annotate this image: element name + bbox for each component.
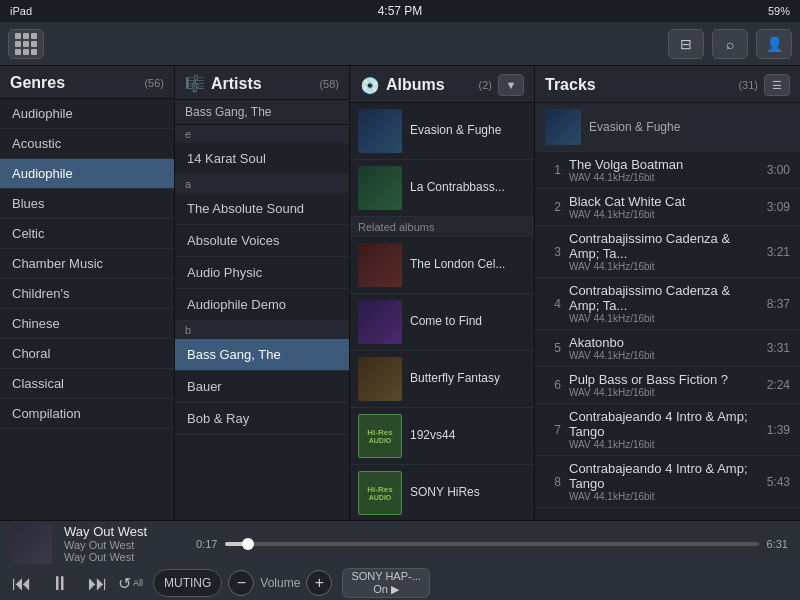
- genres-panel: Genres (56) Audiophile Acoustic Audiophi…: [0, 66, 175, 520]
- artists-count: (58): [319, 78, 339, 90]
- vol-up-button[interactable]: +: [306, 570, 332, 596]
- toolbar-right: ⊟ ⌕ 👤: [668, 29, 792, 59]
- track-num-6: 6: [545, 378, 561, 392]
- tracks-count: (31): [738, 79, 758, 91]
- artist-absolute-voices[interactable]: Absolute Voices: [175, 225, 349, 257]
- artist-absolute-sound[interactable]: The Absolute Sound: [175, 193, 349, 225]
- genre-item-childrens[interactable]: Children's: [0, 279, 174, 309]
- track-meta-8: WAV 44.1kHz/16bit: [569, 491, 759, 502]
- progress-thumb[interactable]: [242, 538, 254, 550]
- grid-button[interactable]: [8, 29, 44, 59]
- progress-bar[interactable]: [225, 542, 758, 546]
- track-dur-3: 3:21: [767, 245, 790, 259]
- volume-area: MUTING − Volume +: [153, 569, 332, 597]
- track-meta-7: WAV 44.1kHz/16bit: [569, 439, 759, 450]
- album-butterfly[interactable]: Butterfly Fantasy: [350, 351, 534, 408]
- albums-title: 💿 Albums: [360, 76, 445, 95]
- artist-bauer[interactable]: Bauer: [175, 371, 349, 403]
- album-thumb-contrabbass: [358, 166, 402, 210]
- albums-scroll[interactable]: Evasion & Fughe La Contrabbass... Relate…: [350, 103, 534, 520]
- player-top: Way Out West Way Out West Way Out West 0…: [0, 521, 800, 566]
- track-name-7: Contrabajeando 4 Intro & Amp; Tango: [569, 409, 759, 439]
- artist-audio-physic[interactable]: Audio Physic: [175, 257, 349, 289]
- genre-item-classical[interactable]: Classical: [0, 369, 174, 399]
- genre-item-compilation[interactable]: Compilation: [0, 399, 174, 429]
- album-london[interactable]: The London Cel...: [350, 237, 534, 294]
- genre-item-choral[interactable]: Choral: [0, 339, 174, 369]
- track-dur-7: 1:39: [767, 423, 790, 437]
- track-7[interactable]: 7 Contrabajeando 4 Intro & Amp; Tango WA…: [535, 404, 800, 456]
- track-6[interactable]: 6 Pulp Bass or Bass Fiction ? WAV 44.1kH…: [535, 367, 800, 404]
- player-artist-name: Way Out West: [64, 551, 184, 563]
- artist-audiophile-demo[interactable]: Audiophile Demo: [175, 289, 349, 321]
- genre-item-audiophile-active[interactable]: Audiophile: [0, 159, 174, 189]
- muting-label: MUTING: [164, 576, 211, 590]
- genres-scroll[interactable]: Audiophile Acoustic Audiophile Blues Cel…: [0, 99, 174, 520]
- genre-item-audiophile-header[interactable]: Audiophile: [0, 99, 174, 129]
- user-icon: 👤: [766, 36, 783, 52]
- album-title-london: The London Cel...: [410, 257, 505, 273]
- album-192vs44[interactable]: Hi-Res AUDIO 192vs44: [350, 408, 534, 465]
- albums-label: Albums: [386, 76, 445, 94]
- play-pause-button[interactable]: ⏸: [50, 572, 70, 595]
- artist-14-karat-soul[interactable]: 14 Karat Soul: [175, 143, 349, 175]
- section-a: a: [175, 175, 349, 193]
- tracks-title: Tracks: [545, 76, 596, 94]
- genres-count: (56): [144, 77, 164, 89]
- track-2[interactable]: 2 Black Cat White Cat WAV 44.1kHz/16bit …: [535, 189, 800, 226]
- genre-item-chamber-music[interactable]: Chamber Music: [0, 249, 174, 279]
- genre-item-celtic[interactable]: Celtic: [0, 219, 174, 249]
- toolbar: ⊟ ⌕ 👤: [0, 22, 800, 66]
- track-info-3: Contrabajissimo Cadenza & Amp; Ta... WAV…: [569, 231, 759, 272]
- user-button[interactable]: 👤: [756, 29, 792, 59]
- vol-down-button[interactable]: −: [228, 570, 254, 596]
- track-name-8: Contrabajeando 4 Intro & Amp; Tango: [569, 461, 759, 491]
- output-button[interactable]: SONY HAP-... On ▶: [342, 568, 429, 598]
- album-evasion[interactable]: Evasion & Fughe: [350, 103, 534, 160]
- track-dur-2: 3:09: [767, 200, 790, 214]
- total-time: 6:31: [767, 538, 788, 550]
- track-info-4: Contrabajissimo Cadenza & Amp; Ta... WAV…: [569, 283, 759, 324]
- album-sony-hires[interactable]: Hi-Res AUDIO SONY HiRes: [350, 465, 534, 520]
- filter-button[interactable]: ⊟: [668, 29, 704, 59]
- track-4[interactable]: 4 Contrabajissimo Cadenza & Amp; Ta... W…: [535, 278, 800, 330]
- genre-item-acoustic[interactable]: Acoustic: [0, 129, 174, 159]
- section-e: e: [175, 125, 349, 143]
- prev-button[interactable]: ⏮: [12, 572, 32, 595]
- tracks-panel: Tracks (31) ☰ Evasion & Fughe 1 The Volg…: [535, 66, 800, 520]
- album-contrabbass[interactable]: La Contrabbass...: [350, 160, 534, 217]
- player-bar: Way Out West Way Out West Way Out West 0…: [0, 520, 800, 600]
- artists-icon: 🎼: [185, 74, 205, 93]
- next-button[interactable]: ⏭: [88, 572, 108, 595]
- album-thumb-192vs44: Hi-Res AUDIO: [358, 414, 402, 458]
- track-dur-1: 3:00: [767, 163, 790, 177]
- artist-bob-ray[interactable]: Bob & Ray: [175, 403, 349, 435]
- genre-item-blues[interactable]: Blues: [0, 189, 174, 219]
- track-5[interactable]: 5 Akatonbo WAV 44.1kHz/16bit 3:31: [535, 330, 800, 367]
- track-3[interactable]: 3 Contrabajissimo Cadenza & Amp; Ta... W…: [535, 226, 800, 278]
- track-meta-6: WAV 44.1kHz/16bit: [569, 387, 759, 398]
- player-track-name: Way Out West: [64, 524, 184, 539]
- tracks-scroll[interactable]: 1 The Volga Boatman WAV 44.1kHz/16bit 3:…: [535, 152, 800, 520]
- repeat-label: All: [133, 578, 143, 588]
- track-info-7: Contrabajeando 4 Intro & Amp; Tango WAV …: [569, 409, 759, 450]
- artists-scroll[interactable]: e 14 Karat Soul a The Absolute Sound Abs…: [175, 125, 349, 520]
- albums-scroll-btn[interactable]: ▼: [498, 74, 524, 96]
- repeat-button[interactable]: ↺: [118, 574, 131, 593]
- track-8[interactable]: 8 Contrabajeando 4 Intro & Amp; Tango WA…: [535, 456, 800, 508]
- album-title-192vs44: 192vs44: [410, 428, 455, 444]
- artist-bass-gang[interactable]: Bass Gang, The: [175, 339, 349, 371]
- album-thumb-london: [358, 243, 402, 287]
- track-1[interactable]: 1 The Volga Boatman WAV 44.1kHz/16bit 3:…: [535, 152, 800, 189]
- muting-button[interactable]: MUTING: [153, 569, 222, 597]
- track-num-3: 3: [545, 245, 561, 259]
- album-title-contrabbass: La Contrabbass...: [410, 180, 505, 196]
- track-num-4: 4: [545, 297, 561, 311]
- tracks-scroll-btn[interactable]: ☰: [764, 74, 790, 96]
- search-button[interactable]: ⌕: [712, 29, 748, 59]
- time-label: 4:57 PM: [378, 4, 423, 18]
- album-come-to-find[interactable]: Come to Find: [350, 294, 534, 351]
- genre-item-chinese[interactable]: Chinese: [0, 309, 174, 339]
- album-title-evasion: Evasion & Fughe: [410, 123, 501, 139]
- artists-header: 🎼 Artists (58): [175, 66, 349, 100]
